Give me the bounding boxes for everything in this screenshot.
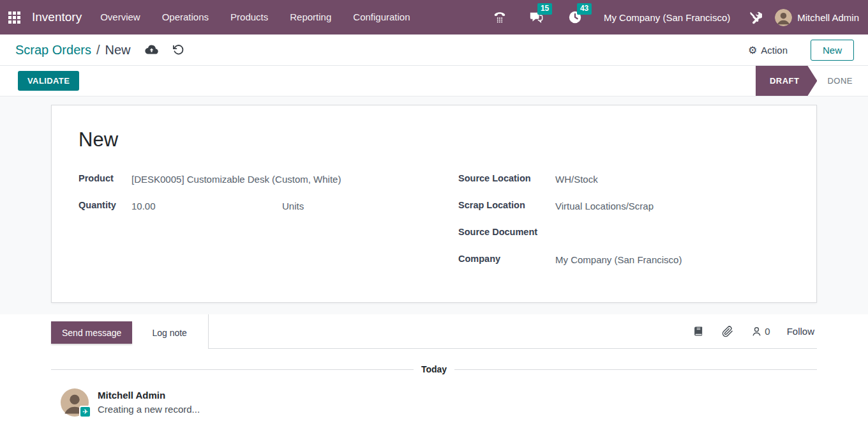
form-view-container: New Product [DESK0005] Customizable Desk… (0, 96, 868, 314)
field-source-document: Source Document (458, 223, 789, 250)
topbar-right: 15 43 My Company (San Francisco) (485, 9, 868, 26)
field-value-quantity[interactable]: 10.00 (131, 200, 282, 211)
menu-operations[interactable]: Operations (151, 0, 220, 34)
field-label-company: Company (458, 254, 555, 264)
breadcrumb: Scrap Orders / New (15, 43, 131, 57)
menu-configuration[interactable]: Configuration (342, 0, 421, 34)
developer-tools-icon[interactable] (748, 10, 762, 24)
new-button[interactable]: New (811, 40, 854, 61)
action-menu-button[interactable]: ⚙ Action (748, 44, 788, 56)
page: Inventory Overview Operations Products R… (0, 0, 868, 437)
send-message-button[interactable]: Send message (51, 321, 132, 344)
apps-grid-icon (8, 12, 20, 24)
followers-button[interactable]: 0 (751, 326, 770, 337)
plane-badge-icon: ✈ (79, 406, 91, 418)
message-body: Mitchell Admin Creating a new record... (98, 388, 200, 417)
chatter-message: ✈ Mitchell Admin Creating a new record..… (0, 374, 868, 417)
messages-icon[interactable]: 15 (528, 10, 544, 24)
user-avatar (775, 9, 792, 26)
chatter-topbar: Send message Log note (0, 314, 868, 349)
field-company: Company My Company (San Francisco) (458, 250, 789, 277)
message-text: Creating a new record... (98, 404, 200, 415)
phone-icon[interactable] (493, 10, 507, 24)
control-panel-right: ⚙ Action New (748, 40, 854, 61)
followers-count: 0 (765, 326, 770, 337)
record-title: New (79, 128, 789, 151)
discard-icon[interactable] (172, 44, 184, 56)
log-icon[interactable] (693, 326, 704, 337)
state-draft[interactable]: DRAFT (756, 66, 818, 96)
field-value-company[interactable]: My Company (San Francisco) (555, 254, 682, 265)
activities-count-badge: 43 (577, 3, 592, 15)
field-column-left: Product [DESK0005] Customizable Desk (Cu… (79, 169, 434, 277)
field-value-scrap-location[interactable]: Virtual Locations/Scrap (555, 200, 654, 211)
date-divider: Today (51, 364, 817, 374)
field-label-source-location: Source Location (458, 173, 555, 183)
date-divider-label: Today (414, 364, 454, 374)
control-panel: Scrap Orders / New ⚙ Action New (0, 34, 868, 66)
apps-menu-button[interactable] (0, 12, 29, 24)
menu-products[interactable]: Products (220, 0, 279, 34)
activities-icon[interactable]: 43 (568, 10, 582, 24)
user-menu[interactable]: Mitchell Admin (775, 9, 859, 26)
company-switcher[interactable]: My Company (San Francisco) (604, 12, 730, 23)
breadcrumb-current: New (105, 43, 131, 57)
field-label-product: Product (79, 173, 131, 183)
top-navbar: Inventory Overview Operations Products R… (0, 0, 868, 34)
gear-icon: ⚙ (748, 44, 757, 56)
menu-reporting[interactable]: Reporting (279, 0, 342, 34)
field-source-location: Source Location WH/Stock (458, 169, 789, 196)
field-column-right: Source Location WH/Stock Scrap Location … (434, 169, 789, 277)
action-label: Action (761, 45, 788, 56)
form-sheet: New Product [DESK0005] Customizable Desk… (51, 105, 817, 303)
field-value-source-location[interactable]: WH/Stock (555, 173, 598, 185)
field-product: Product [DESK0005] Customizable Desk (Cu… (79, 169, 434, 196)
follow-button[interactable]: Follow (787, 326, 814, 337)
log-note-button[interactable]: Log note (141, 321, 198, 344)
divider-line (454, 369, 817, 370)
app-name[interactable]: Inventory (32, 10, 82, 24)
field-label-scrap-location: Scrap Location (458, 200, 555, 210)
breadcrumb-parent-link[interactable]: Scrap Orders (15, 43, 91, 57)
attachment-icon[interactable] (722, 326, 733, 337)
state-done[interactable]: DONE (817, 66, 868, 96)
messages-count-badge: 15 (537, 3, 552, 15)
message-avatar-wrap: ✈ (61, 388, 89, 417)
breadcrumb-separator: / (96, 43, 100, 57)
validate-button[interactable]: VALIDATE (18, 71, 79, 91)
divider-line (51, 369, 414, 370)
menu-overview[interactable]: Overview (89, 0, 151, 34)
state-pipeline: DRAFT DONE (756, 66, 868, 96)
statusbar: VALIDATE DRAFT DONE (0, 66, 868, 96)
field-label-source-document: Source Document (458, 227, 555, 237)
field-value-product[interactable]: [DESK0005] Customizable Desk (Custom, Wh… (131, 173, 341, 185)
field-columns: Product [DESK0005] Customizable Desk (Cu… (79, 169, 789, 277)
chatter: Send message Log note (0, 314, 868, 437)
chatter-toolbar: 0 Follow (208, 314, 817, 349)
followers-icon (751, 326, 762, 337)
field-value-uom[interactable]: Units (282, 200, 304, 211)
field-quantity: Quantity 10.00 Units (79, 196, 434, 223)
field-label-quantity: Quantity (79, 200, 131, 210)
user-name: Mitchell Admin (797, 12, 859, 23)
field-scrap-location: Scrap Location Virtual Locations/Scrap (458, 196, 789, 223)
save-cloud-icon[interactable] (145, 44, 158, 56)
message-author[interactable]: Mitchell Admin (98, 390, 200, 401)
